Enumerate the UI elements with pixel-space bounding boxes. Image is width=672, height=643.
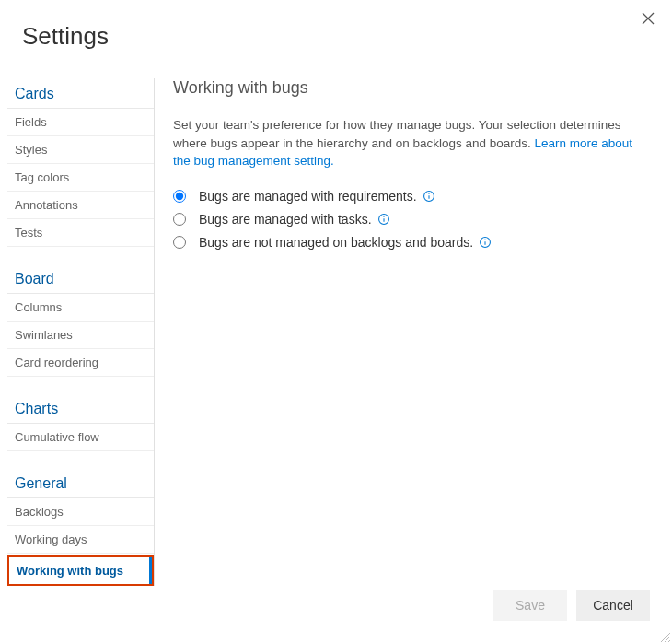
info-icon[interactable]: [479, 236, 492, 249]
content-pane: Working with bugs Set your team's prefer…: [155, 78, 672, 586]
content-heading: Working with bugs: [173, 78, 646, 98]
dialog-footer: Save Cancel: [493, 590, 650, 621]
radio-none[interactable]: [173, 236, 186, 249]
sidebar-item-backlogs[interactable]: Backlogs: [7, 498, 154, 526]
radio-label: Bugs are not managed on backlogs and boa…: [199, 235, 473, 250]
sidebar-section-board: Board: [7, 263, 154, 294]
sidebar-item-working-with-bugs[interactable]: Working with bugs: [9, 557, 152, 584]
svg-point-10: [484, 239, 485, 240]
sidebar-item-styles[interactable]: Styles: [7, 136, 154, 164]
radio-label: Bugs are managed with tasks.: [199, 212, 372, 227]
cancel-button[interactable]: Cancel: [576, 590, 650, 621]
svg-point-7: [383, 216, 384, 216]
svg-line-13: [668, 640, 670, 642]
sidebar-item-tests[interactable]: Tests: [7, 219, 154, 247]
svg-point-4: [428, 193, 429, 193]
radio-tasks[interactable]: [173, 213, 186, 226]
info-icon[interactable]: [423, 190, 435, 203]
sidebar-item-columns[interactable]: Columns: [7, 294, 154, 322]
close-icon[interactable]: [641, 11, 655, 26]
sidebar-section-general: General: [7, 468, 154, 498]
sidebar-item-annotations[interactable]: Annotations: [7, 192, 154, 219]
bug-option-tasks[interactable]: Bugs are managed with tasks.: [173, 210, 646, 228]
sidebar-item-working-days[interactable]: Working days: [7, 526, 154, 554]
settings-sidebar: Cards Fields Styles Tag colors Annotatio…: [7, 78, 155, 586]
bug-option-none[interactable]: Bugs are not managed on backlogs and boa…: [173, 233, 646, 251]
sidebar-item-tag-colors[interactable]: Tag colors: [7, 164, 154, 192]
sidebar-item-fields[interactable]: Fields: [7, 109, 154, 136]
info-icon[interactable]: [377, 213, 390, 226]
radio-requirements[interactable]: [173, 190, 186, 203]
resize-grip-icon[interactable]: [659, 630, 670, 641]
content-description: Set your team's preference for how they …: [173, 116, 646, 170]
sidebar-item-highlight: Working with bugs: [7, 555, 154, 586]
sidebar-item-swimlanes[interactable]: Swimlanes: [7, 322, 154, 349]
sidebar-item-card-reordering[interactable]: Card reordering: [7, 349, 154, 377]
sidebar-section-charts: Charts: [7, 393, 154, 424]
save-button[interactable]: Save: [493, 590, 567, 621]
bug-option-requirements[interactable]: Bugs are managed with requirements.: [173, 187, 646, 205]
sidebar-section-cards: Cards: [7, 78, 154, 109]
radio-label: Bugs are managed with requirements.: [199, 189, 417, 204]
sidebar-item-cumulative-flow[interactable]: Cumulative flow: [7, 424, 154, 451]
page-title: Settings: [0, 0, 672, 51]
